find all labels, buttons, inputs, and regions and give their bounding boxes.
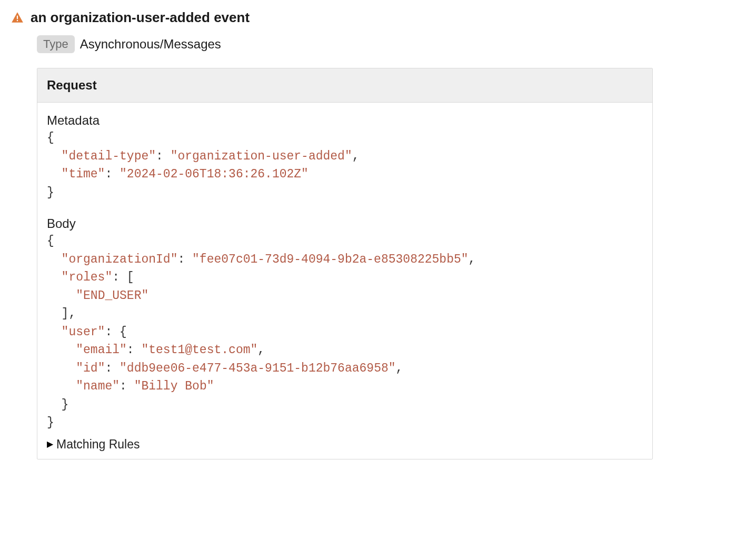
warning-icon [11, 11, 24, 25]
body-label: Body [47, 216, 643, 231]
triangle-right-icon: ▶ [47, 440, 53, 448]
matching-rules-toggle[interactable]: ▶ Matching Rules [47, 437, 643, 452]
svg-rect-0 [17, 15, 18, 19]
svg-rect-1 [17, 19, 18, 21]
type-value: Asynchronous/Messages [80, 37, 221, 52]
request-header: Request [37, 68, 652, 103]
type-badge: Type [37, 35, 75, 53]
matching-rules-label: Matching Rules [56, 437, 140, 452]
body-json: { "organizationId": "fee07c01-73d9-4094-… [47, 232, 643, 432]
page-title: an organization-user-added event [31, 9, 250, 26]
metadata-json: { "detail-type": "organization-user-adde… [47, 129, 643, 202]
request-panel: Request Metadata { "detail-type": "organ… [37, 68, 653, 459]
metadata-label: Metadata [47, 113, 643, 128]
